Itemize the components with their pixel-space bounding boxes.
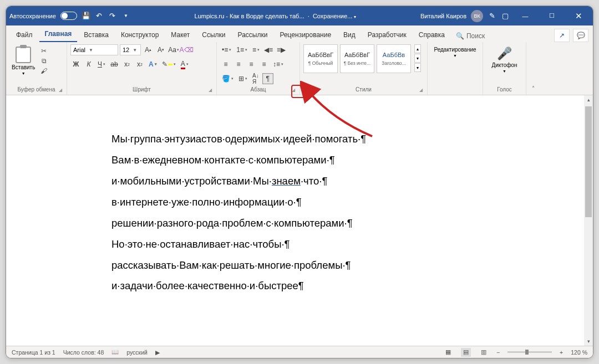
tab-design[interactable]: Конструктор <box>115 28 164 42</box>
zoom-level[interactable]: 120 % <box>571 349 587 356</box>
print-layout-icon[interactable]: ▤ <box>461 348 471 357</box>
tab-home[interactable]: Главная <box>39 27 78 42</box>
tab-insert[interactable]: Вставка <box>78 28 114 42</box>
font-name-select[interactable]: Arial▼ <box>70 44 118 55</box>
scroll-thumb[interactable] <box>585 106 592 217</box>
coming-soon-icon[interactable]: ✎ <box>488 12 496 20</box>
text-line[interactable]: Мы·группа·энтузиастов·одержимых·идеей·по… <box>111 129 593 150</box>
decrease-indent-icon[interactable]: ◀≡ <box>263 44 274 55</box>
borders-icon[interactable]: ⊞▾ <box>237 73 249 84</box>
clear-format-icon[interactable]: A⌫ <box>181 44 192 55</box>
macro-icon[interactable]: ▶ <box>155 349 160 356</box>
zoom-slider[interactable] <box>507 351 552 353</box>
launcher-icon[interactable]: ◢ <box>419 88 423 93</box>
numbering-icon[interactable]: 1≡▾ <box>235 44 249 55</box>
launcher-icon[interactable]: ◢ <box>292 88 295 93</box>
shading-icon[interactable]: 🪣▾ <box>220 73 235 84</box>
strike-button[interactable]: ab <box>109 59 120 70</box>
copy-icon[interactable]: ⧉ <box>39 57 48 65</box>
sort-icon[interactable]: A↓Я <box>251 73 261 84</box>
tab-file[interactable]: Файл <box>11 28 38 42</box>
tab-developer[interactable]: Разработчик <box>362 28 412 42</box>
zoom-out-icon[interactable]: − <box>496 349 500 356</box>
tab-references[interactable]: Ссылки <box>196 28 231 42</box>
user-avatar[interactable]: ВК <box>471 10 483 22</box>
search-box[interactable]: 🔍 Поиск <box>451 30 489 42</box>
dictate-button[interactable]: 🎤 Диктофон ▼ <box>489 44 519 75</box>
increase-indent-icon[interactable]: ≡▶ <box>276 44 287 55</box>
text-line[interactable]: в·интернете·уже·полно·информации·о·¶ <box>111 192 593 213</box>
highlight-icon[interactable]: ✎▾ <box>160 59 177 70</box>
bullets-icon[interactable]: •≡▾ <box>220 44 233 55</box>
read-mode-icon[interactable]: ▦ <box>443 348 453 357</box>
styles-up-icon[interactable]: ▴ <box>414 44 421 53</box>
styles-scroll[interactable]: ▴ ▾ ▾ <box>414 44 421 72</box>
language-indicator[interactable]: русский <box>126 349 148 356</box>
maximize-button[interactable]: ☐ <box>541 6 563 25</box>
scroll-down-icon[interactable]: ▾ <box>584 337 593 346</box>
web-layout-icon[interactable]: ▥ <box>479 348 489 357</box>
styles-more-icon[interactable]: ▾ <box>414 63 421 72</box>
comments-button[interactable]: 💬 <box>573 29 588 42</box>
paste-label: Вставить <box>12 64 35 70</box>
text-line[interactable]: и·задачи·более·качественно·и·быстрее¶ <box>111 275 593 296</box>
multilevel-icon[interactable]: ≡▾ <box>251 44 261 55</box>
tab-view[interactable]: Вид <box>338 28 361 42</box>
page-indicator[interactable]: Страница 1 из 1 <box>12 349 55 356</box>
tab-layout[interactable]: Макет <box>165 28 195 42</box>
collapse-ribbon-icon[interactable]: ˄ <box>526 42 540 95</box>
align-center-icon[interactable]: ≡ <box>233 59 244 70</box>
font-color-icon[interactable]: A▾ <box>179 59 190 70</box>
share-button[interactable]: ↗ <box>554 29 570 42</box>
bold-button[interactable]: Ж <box>70 59 82 70</box>
font-size-select[interactable]: 12▼ <box>120 44 141 55</box>
scroll-up-icon[interactable]: ▴ <box>584 95 593 104</box>
zoom-in-icon[interactable]: + <box>560 349 563 356</box>
shrink-font-icon[interactable]: A▾ <box>155 44 166 55</box>
subscript-button[interactable]: x2 <box>121 59 133 70</box>
word-count[interactable]: Число слов: 48 <box>63 349 104 356</box>
text-effects-icon[interactable]: A▾ <box>147 59 159 70</box>
styles-down-icon[interactable]: ▾ <box>414 54 421 63</box>
text-line[interactable]: рассказывать·Вам·как·решать·многие·пробл… <box>111 255 593 276</box>
align-right-icon[interactable]: ≡ <box>246 59 257 70</box>
editing-button[interactable]: Редактирование ▼ <box>432 44 478 60</box>
document-area[interactable]: Мы·группа·энтузиастов·одержимых·идеей·по… <box>6 95 593 346</box>
cut-icon[interactable]: ✂ <box>39 47 48 55</box>
proofing-icon[interactable]: 📖 <box>111 348 119 356</box>
text-line[interactable]: Вам·в·ежедневном·контакте·с·компьютерами… <box>111 150 593 171</box>
style-normal[interactable]: АаБбВвГ ¶ Обычный <box>303 44 338 73</box>
align-left-icon[interactable]: ≡ <box>220 59 231 70</box>
style-heading[interactable]: АаБбВв Заголово... <box>377 44 411 73</box>
ribbon-display-icon[interactable]: ▢ <box>501 12 510 20</box>
qat-dropdown-icon[interactable]: ▼ <box>121 12 130 20</box>
tab-review[interactable]: Рецензирование <box>274 28 337 42</box>
launcher-icon[interactable]: ◢ <box>59 88 62 93</box>
close-button[interactable]: ✕ <box>567 6 590 25</box>
grow-font-icon[interactable]: A▴ <box>143 44 154 55</box>
redo-icon[interactable]: ↷ <box>108 12 117 20</box>
format-painter-icon[interactable]: 🖌 <box>39 66 48 75</box>
autosave-toggle[interactable] <box>60 12 77 20</box>
justify-icon[interactable]: ≡ <box>258 59 270 70</box>
status-bar: Страница 1 из 1 Число слов: 48 📖 русский… <box>6 346 593 358</box>
undo-icon[interactable]: ↶ <box>95 12 104 20</box>
page-content[interactable]: Мы·группа·энтузиастов·одержимых·идеей·по… <box>6 95 593 296</box>
tab-help[interactable]: Справка <box>413 28 450 42</box>
tab-mailings[interactable]: Рассылки <box>232 28 273 42</box>
launcher-icon[interactable]: ◢ <box>209 88 212 93</box>
text-line[interactable]: и·мобильными·устройствами·Мы·знаем·что·¶ <box>111 171 593 192</box>
style-nospacing[interactable]: АаБбВвГ ¶ Без инте... <box>340 44 374 73</box>
minimize-button[interactable]: — <box>514 6 536 25</box>
superscript-button[interactable]: x2 <box>134 59 145 70</box>
save-icon[interactable]: 💾 <box>82 12 90 20</box>
show-hide-pilcrow-button[interactable]: ¶ <box>262 73 273 84</box>
paste-button[interactable]: Вставить ▼ <box>9 44 37 78</box>
italic-button[interactable]: К <box>83 59 94 70</box>
text-line[interactable]: решении·разного·рода·проблем·с·компьютер… <box>111 213 593 234</box>
underline-button[interactable]: Ч▾ <box>96 59 107 70</box>
change-case-icon[interactable]: Aa▾ <box>168 44 179 55</box>
text-line[interactable]: Но·это·не·останавливает·нас·чтобы·¶ <box>111 234 593 255</box>
line-spacing-icon[interactable]: ↕≡▾ <box>271 59 285 70</box>
vertical-scrollbar[interactable]: ▴ ▾ <box>584 95 593 346</box>
